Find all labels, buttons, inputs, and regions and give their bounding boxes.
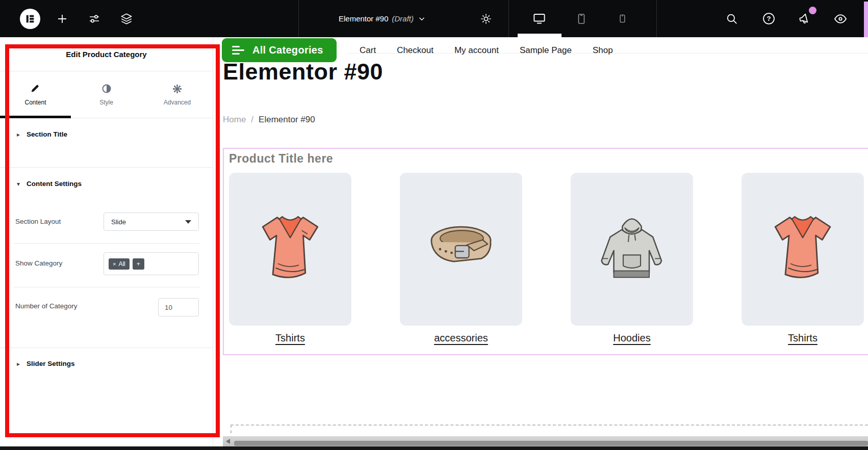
document-title-dropdown[interactable]: Elementor #90 (Draft) (321, 0, 444, 37)
preview-canvas: All Categories Cart Checkout My account … (214, 37, 868, 450)
category-cards-row: Tshirts accessorie (229, 173, 868, 344)
tab-content[interactable]: Content (0, 71, 71, 118)
caret-right-icon: ▸ (17, 360, 20, 367)
scrollbar-thumb[interactable] (234, 441, 868, 446)
show-category-field[interactable]: × All + (104, 252, 199, 275)
number-of-category-label: Number of Category (15, 302, 78, 310)
top-toolbar: Elementor #90 (Draft) ? (0, 0, 868, 37)
nav-checkout[interactable]: Checkout (397, 45, 433, 56)
horizontal-scrollbar[interactable] (223, 436, 868, 446)
contrast-icon (101, 83, 112, 94)
category-card-accessories[interactable]: accessories (400, 173, 522, 344)
product-category-widget[interactable]: Product Title here Tshirts (223, 148, 868, 355)
help-button[interactable]: ? (758, 0, 779, 37)
category-card-label[interactable]: Tshirts (788, 332, 818, 344)
nav-shop[interactable]: Shop (593, 45, 613, 56)
page-title: Elementor #90 (223, 59, 383, 85)
device-tablet-button[interactable] (571, 0, 592, 37)
whats-new-button[interactable] (795, 0, 815, 37)
category-card-label[interactable]: accessories (434, 332, 488, 344)
category-card-label[interactable]: Tshirts (275, 332, 305, 344)
nav-my-account[interactable]: My account (454, 45, 499, 56)
tab-content-label: Content (24, 99, 46, 106)
structure-button[interactable] (117, 0, 136, 37)
category-card-label[interactable]: Hoodies (613, 332, 650, 344)
document-settings-button[interactable] (476, 0, 496, 37)
category-card-image (229, 173, 351, 326)
category-card-image (742, 173, 864, 326)
control-divider (14, 287, 200, 287)
eye-icon (833, 12, 848, 26)
window-bottom-edge (0, 446, 868, 450)
breadcrumb-home-link[interactable]: Home (223, 115, 246, 125)
breadcrumb-current: Elementor #90 (259, 115, 315, 125)
toolbar-divider (656, 0, 657, 37)
content-settings-accordion[interactable]: ▾ Content Settings (17, 180, 82, 188)
help-icon: ? (762, 12, 776, 25)
svg-text:?: ? (767, 15, 771, 22)
preview-button[interactable] (830, 0, 851, 37)
active-device-indicator (518, 34, 561, 40)
add-element-button[interactable] (53, 0, 71, 37)
remove-chip-icon[interactable]: × (113, 261, 116, 267)
tshirt-illustration (759, 191, 846, 308)
tab-advanced[interactable]: Advanced (142, 71, 213, 118)
control-divider (14, 243, 200, 244)
section-layout-value: Slide (111, 218, 126, 226)
chevron-down-icon (417, 14, 426, 23)
megaphone-icon (798, 12, 812, 25)
hamburger-icon (232, 46, 244, 55)
layers-icon (120, 12, 133, 25)
document-status: (Draft) (392, 14, 414, 23)
panel-divider (0, 167, 213, 168)
slider-settings-accordion-label: Slider Settings (27, 360, 75, 367)
show-category-label: Show Category (15, 259, 62, 267)
search-icon (725, 12, 738, 25)
number-of-category-input[interactable] (158, 298, 199, 316)
elementor-logo-button[interactable] (19, 0, 41, 37)
slider-settings-accordion[interactable]: ▸ Slider Settings (17, 360, 75, 367)
widget-section-title: Product Title here (229, 152, 868, 166)
gear-solid-icon (172, 84, 183, 94)
scroll-left-arrow-icon[interactable] (226, 439, 230, 444)
category-chip-all[interactable]: × All (109, 258, 130, 270)
section-title-accordion[interactable]: ▸ Section Title (17, 130, 67, 138)
category-card-image (400, 173, 522, 326)
section-title-accordion-label: Section Title (27, 130, 67, 138)
pink-edge-strip (864, 2, 868, 37)
panel-divider (0, 348, 213, 348)
device-mobile-button[interactable] (613, 0, 631, 37)
toolbar-divider (298, 0, 299, 37)
nav-cart[interactable]: Cart (360, 45, 376, 56)
device-desktop-button[interactable] (529, 0, 549, 37)
gear-icon (479, 12, 493, 25)
site-nav: Cart Checkout My account Sample Page Sho… (360, 38, 613, 62)
desktop-icon (532, 12, 546, 25)
panel-title: Edit Product Category (0, 37, 213, 71)
toolbar-divider (508, 0, 509, 37)
content-settings-accordion-label: Content Settings (27, 180, 82, 188)
category-card-tshirts[interactable]: Tshirts (229, 173, 351, 344)
caret-right-icon: ▸ (17, 131, 20, 138)
tab-style[interactable]: Style (71, 71, 142, 118)
category-card-tshirts-2[interactable]: Tshirts (742, 173, 864, 344)
hoodie-illustration (589, 191, 675, 308)
section-layout-select[interactable]: Slide (104, 213, 199, 231)
breadcrumb: Home / Elementor #90 (223, 115, 315, 125)
tab-style-label: Style (99, 99, 113, 106)
category-card-hoodies[interactable]: Hoodies (571, 173, 693, 344)
sliders-icon (88, 13, 100, 25)
finder-search-button[interactable] (722, 0, 742, 37)
tab-advanced-label: Advanced (164, 99, 191, 106)
caret-down-icon: ▾ (17, 180, 20, 188)
site-settings-sliders-button[interactable] (85, 0, 104, 37)
nav-sample-page[interactable]: Sample Page (520, 45, 572, 56)
elementor-editor: Elementor #90 (Draft) ? (0, 0, 868, 450)
section-layout-label: Section Layout (15, 218, 61, 225)
document-title: Elementor #90 (339, 14, 389, 23)
mobile-icon (618, 14, 627, 23)
belt-illustration (418, 191, 504, 308)
tshirt-illustration (247, 191, 334, 308)
add-category-chip[interactable]: + (133, 258, 144, 270)
active-tab-indicator (0, 116, 71, 118)
